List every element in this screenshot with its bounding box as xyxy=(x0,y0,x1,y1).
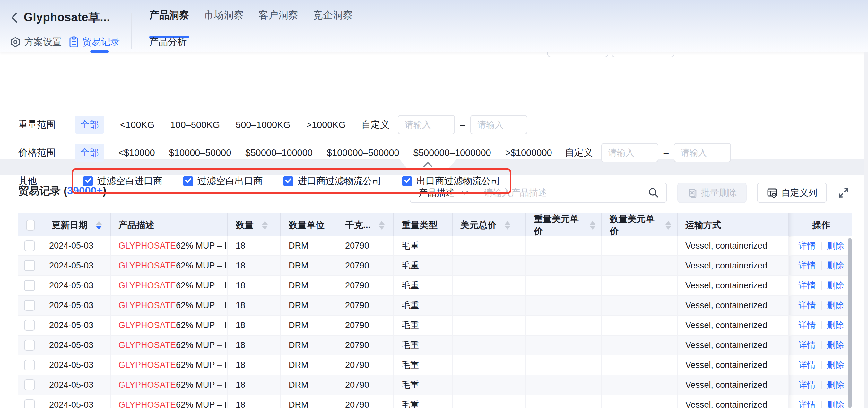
cell-update-date: 2024-05-03 xyxy=(41,296,111,316)
delete-link[interactable]: 删除 xyxy=(827,319,844,331)
row-checkbox[interactable] xyxy=(24,340,35,350)
detail-link[interactable]: 详情 xyxy=(799,319,816,331)
delete-link[interactable]: 删除 xyxy=(827,240,844,251)
column-header-usd-unit-qty[interactable]: 数量美元单价 xyxy=(602,213,678,237)
detail-link[interactable]: 详情 xyxy=(799,300,816,311)
other-checkbox-1[interactable]: 过滤空白出口商 xyxy=(183,175,262,188)
checkbox-checked-icon[interactable] xyxy=(283,176,293,186)
sort-asc-icon[interactable] xyxy=(262,221,268,225)
detail-link[interactable]: 详情 xyxy=(799,339,816,351)
price-option-5[interactable]: $500000–1000000 xyxy=(413,147,491,158)
column-header-quantity-unit[interactable]: 数量单位 xyxy=(281,213,337,237)
delete-link[interactable]: 删除 xyxy=(827,379,844,391)
sub-tab-scheme-settings[interactable]: 方案设置 xyxy=(10,32,62,52)
sort-control[interactable] xyxy=(665,221,671,230)
sort-asc-icon[interactable] xyxy=(505,221,510,225)
column-header-update-date[interactable]: 更新日期 xyxy=(41,213,111,237)
column-header-weight-type[interactable]: 重量类型 xyxy=(394,213,453,237)
sort-desc-icon[interactable] xyxy=(505,226,510,230)
other-checkbox-2[interactable]: 进口商过滤物流公司 xyxy=(283,175,381,188)
column-header-quantity[interactable]: 数量 xyxy=(228,213,281,237)
weight-option-3[interactable]: 500–1000KG xyxy=(236,120,290,130)
sort-asc-icon[interactable] xyxy=(96,221,102,225)
column-header-product-desc[interactable]: 产品描述 xyxy=(111,213,228,237)
column-header-usd-unit-weight[interactable]: 重量美元单价 xyxy=(526,213,602,237)
checkbox-checked-icon[interactable] xyxy=(183,176,193,186)
column-header-actions[interactable]: 操作 xyxy=(789,213,851,237)
sort-control[interactable] xyxy=(262,221,268,230)
weight-custom-label[interactable]: 自定义 xyxy=(362,118,390,131)
sort-asc-icon[interactable] xyxy=(665,221,671,225)
checkbox-checked-icon[interactable] xyxy=(402,176,412,186)
row-checkbox[interactable] xyxy=(24,260,35,271)
delete-link[interactable]: 删除 xyxy=(827,339,844,351)
price-max-input[interactable] xyxy=(674,143,731,162)
price-min-input[interactable] xyxy=(601,143,658,162)
checkbox-checked-icon[interactable] xyxy=(83,176,93,186)
other-label: 其他 xyxy=(18,175,75,188)
column-header-transport[interactable]: 运输方式 xyxy=(678,213,789,237)
sub-tab-trade-records[interactable]: 贸易记录 xyxy=(69,32,120,52)
sort-desc-icon[interactable] xyxy=(590,226,595,230)
price-option-3[interactable]: $50000–100000 xyxy=(245,147,313,158)
table-vertical-scrollbar[interactable] xyxy=(848,238,851,408)
other-checkbox-0[interactable]: 过滤空白进口商 xyxy=(83,175,162,188)
detail-link[interactable]: 详情 xyxy=(799,280,816,291)
price-option-0[interactable]: 全部 xyxy=(75,144,104,162)
cell-usd-unit-qty xyxy=(602,336,678,355)
delete-link[interactable]: 删除 xyxy=(827,280,844,291)
row-checkbox[interactable] xyxy=(24,240,35,251)
row-checkbox[interactable] xyxy=(24,399,35,408)
cell-usd-unit-weight xyxy=(526,236,602,256)
price-custom-label[interactable]: 自定义 xyxy=(565,146,593,159)
weight-max-input[interactable] xyxy=(470,115,527,134)
select-all-checkbox[interactable] xyxy=(26,220,35,231)
sort-desc-icon[interactable] xyxy=(379,226,384,230)
price-option-4[interactable]: $100000–500000 xyxy=(327,147,399,158)
weight-option-0[interactable]: 全部 xyxy=(75,116,104,134)
price-option-1[interactable]: <$10000 xyxy=(119,147,155,158)
sort-asc-icon[interactable] xyxy=(590,221,595,225)
detail-link[interactable]: 详情 xyxy=(799,379,816,391)
row-checkbox[interactable] xyxy=(24,320,35,331)
detail-link[interactable]: 详情 xyxy=(799,240,816,251)
sort-control[interactable] xyxy=(96,221,102,230)
weight-option-2[interactable]: 100–500KG xyxy=(170,120,220,130)
sort-desc-icon[interactable] xyxy=(262,226,268,230)
page-scrollbar-track[interactable] xyxy=(864,52,868,408)
sort-desc-icon[interactable] xyxy=(96,226,102,230)
row-select-cell xyxy=(18,256,41,276)
weight-min-input[interactable] xyxy=(398,115,455,134)
other-checkbox-3[interactable]: 出口商过滤物流公司 xyxy=(402,175,500,188)
weight-option-4[interactable]: >1000KG xyxy=(306,120,346,130)
weight-range-separator: – xyxy=(460,120,465,130)
cell-quantity-unit: DRM xyxy=(281,276,337,296)
delete-link[interactable]: 删除 xyxy=(827,399,844,408)
cell-quantity-unit: DRM xyxy=(281,336,337,355)
cell-transport: Vessel, containerized xyxy=(678,375,789,395)
sort-control[interactable] xyxy=(505,221,510,230)
row-checkbox[interactable] xyxy=(24,280,35,291)
delete-link[interactable]: 删除 xyxy=(827,359,844,371)
sort-control[interactable] xyxy=(590,221,595,230)
detail-link[interactable]: 详情 xyxy=(799,260,816,271)
delete-link[interactable]: 删除 xyxy=(827,260,844,271)
detail-link[interactable]: 详情 xyxy=(799,359,816,371)
row-checkbox[interactable] xyxy=(24,360,35,371)
delete-link[interactable]: 删除 xyxy=(827,300,844,311)
sort-desc-icon[interactable] xyxy=(665,226,671,230)
action-divider xyxy=(821,241,822,250)
column-header-kg[interactable]: 千克... xyxy=(337,213,394,237)
sort-control[interactable] xyxy=(379,221,384,230)
secondary-tab-product-analysis[interactable]: 产品分析 xyxy=(149,32,186,52)
weight-option-1[interactable]: <100KG xyxy=(120,120,154,130)
cell-product: GLYPHOSATE 62% MUP – I... xyxy=(111,276,228,296)
price-option-2[interactable]: $10000–50000 xyxy=(169,147,231,158)
column-header-usd-total[interactable]: 美元总价 xyxy=(453,213,526,237)
row-checkbox[interactable] xyxy=(24,379,35,390)
price-option-6[interactable]: >$1000000 xyxy=(505,147,552,158)
row-checkbox[interactable] xyxy=(24,300,35,311)
sort-asc-icon[interactable] xyxy=(379,221,384,225)
detail-link[interactable]: 详情 xyxy=(799,399,816,408)
back-icon[interactable] xyxy=(10,10,19,25)
